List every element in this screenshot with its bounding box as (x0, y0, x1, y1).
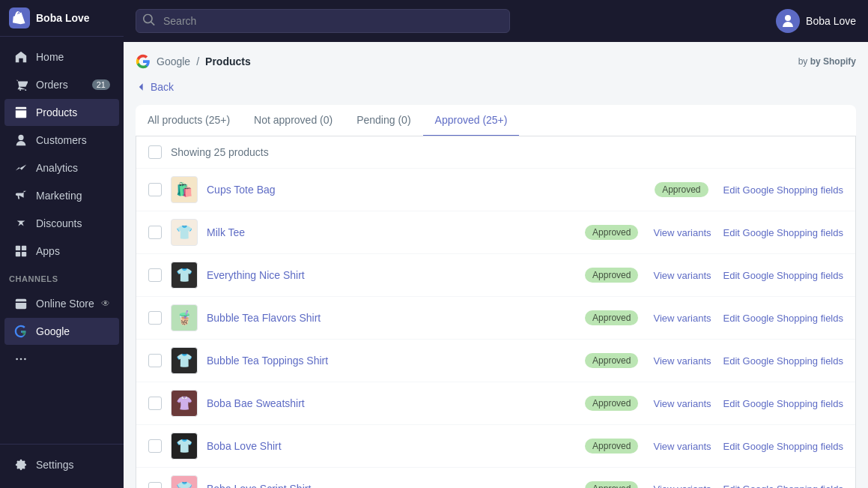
sidebar-nav: Home Orders 21 Products Customers (0, 37, 124, 444)
row-actions-2: View variants Edit Google Shopping field… (653, 270, 843, 281)
more-actions-button[interactable] (4, 346, 119, 373)
product-name-5[interactable]: Boba Bae Sweatshirt (207, 397, 576, 409)
topbar: Boba Love (124, 0, 868, 42)
svg-rect-3 (22, 252, 26, 256)
product-thumbnail-7: 👕 (171, 475, 198, 488)
product-name-0[interactable]: Cups Tote Bag (207, 184, 646, 196)
table-row: 👕 Everything Nice Shirt Approved View va… (136, 254, 855, 297)
table-row: 🧋 Bubble Tea Flavors Shirt Approved View… (136, 297, 855, 340)
sidebar-label-customers: Customers (36, 134, 87, 146)
edit-link-6[interactable]: Edit Google Shopping fields (723, 441, 843, 452)
google-icon (136, 54, 151, 69)
view-variants-link-2[interactable]: View variants (653, 270, 711, 281)
sidebar-item-products[interactable]: Products (4, 99, 119, 126)
status-badge-7: Approved (585, 481, 638, 488)
row-actions-6: View variants Edit Google Shopping field… (653, 441, 843, 452)
product-name-3[interactable]: Bubble Tea Flavors Shirt (207, 312, 576, 324)
by-shopify-label: by by Shopify (798, 56, 856, 67)
orders-icon (13, 77, 28, 92)
product-thumbnail-0: 🛍️ (171, 176, 198, 203)
edit-link-1[interactable]: Edit Google Shopping fields (723, 227, 843, 238)
product-name-6[interactable]: Boba Love Shirt (207, 440, 576, 452)
row-checkbox-0[interactable] (148, 183, 162, 196)
product-thumbnail-6: 👕 (171, 433, 198, 460)
view-variants-link-6[interactable]: View variants (653, 441, 711, 452)
tab-approved[interactable]: Approved (25+) (423, 105, 520, 136)
product-thumbnail-2: 👕 (171, 262, 198, 289)
tab-all-products[interactable]: All products (25+) (136, 105, 242, 136)
breadcrumb: Google / Products (136, 54, 251, 69)
row-actions-3: View variants Edit Google Shopping field… (653, 313, 843, 324)
edit-link-0[interactable]: Edit Google Shopping fields (723, 184, 843, 196)
sidebar-label-orders: Orders (36, 79, 68, 91)
svg-rect-0 (16, 246, 20, 250)
tabs: All products (25+) Not approved (0) Pend… (136, 105, 856, 136)
tab-not-approved[interactable]: Not approved (0) (242, 105, 345, 136)
status-badge-5: Approved (585, 396, 638, 411)
edit-link-2[interactable]: Edit Google Shopping fields (723, 270, 843, 281)
marketing-icon (13, 188, 28, 203)
breadcrumb-separator: / (196, 55, 199, 67)
main-area: Boba Love Google / Products by (124, 0, 868, 488)
breadcrumb-parent[interactable]: Google (157, 55, 190, 67)
product-name-1[interactable]: Milk Tee (207, 226, 576, 238)
sidebar-item-orders[interactable]: Orders 21 (4, 71, 119, 98)
search-input[interactable] (136, 9, 510, 33)
sidebar-item-customers[interactable]: Customers (4, 127, 119, 154)
view-variants-link-4[interactable]: View variants (653, 355, 711, 367)
status-badge-1: Approved (585, 225, 638, 240)
sidebar-item-apps[interactable]: Apps (4, 238, 119, 265)
back-button[interactable]: Back (136, 81, 856, 93)
sidebar-item-google[interactable]: Google (4, 318, 119, 345)
edit-link-5[interactable]: Edit Google Shopping fields (723, 398, 843, 409)
sidebar-label-analytics: Analytics (36, 162, 78, 174)
sidebar-item-marketing[interactable]: Marketing (4, 182, 119, 209)
view-variants-link-5[interactable]: View variants (653, 398, 711, 409)
product-name-2[interactable]: Everything Nice Shirt (207, 269, 576, 281)
settings-icon (13, 457, 28, 472)
sidebar-label-apps: Apps (36, 245, 60, 257)
sidebar-item-online-store[interactable]: Online Store 👁 (4, 290, 119, 317)
row-checkbox-7[interactable] (148, 482, 162, 488)
select-all-checkbox[interactable] (148, 145, 162, 159)
sidebar-item-analytics[interactable]: Analytics (4, 154, 119, 181)
search-bar (136, 9, 510, 33)
sidebar-label-online-store: Online Store (36, 298, 94, 310)
edit-link-7[interactable]: Edit Google Shopping fields (723, 484, 843, 489)
product-name-7[interactable]: Boba Love Script Shirt (207, 483, 576, 488)
product-list: 🛍️ Cups Tote Bag Approved Edit Google Sh… (136, 169, 855, 488)
table-row: 👕 Boba Love Shirt Approved View variants… (136, 425, 855, 468)
row-checkbox-1[interactable] (148, 226, 162, 239)
products-header: Showing 25 products (136, 136, 855, 169)
sidebar-label-settings: Settings (36, 459, 74, 471)
table-row: 👚 Boba Bae Sweatshirt Approved View vari… (136, 382, 855, 425)
sidebar-item-discounts[interactable]: Discounts (4, 210, 119, 237)
row-checkbox-2[interactable] (148, 268, 162, 282)
channels-section-header: CHANNELS (0, 265, 124, 289)
search-icon (143, 14, 155, 28)
orders-badge: 21 (92, 79, 110, 90)
row-checkbox-3[interactable] (148, 311, 162, 325)
view-variants-link-7[interactable]: View variants (653, 484, 711, 489)
row-checkbox-6[interactable] (148, 439, 162, 453)
content-area: Google / Products by by Shopify Back All… (124, 42, 868, 488)
row-checkbox-4[interactable] (148, 354, 162, 367)
row-checkbox-5[interactable] (148, 397, 162, 410)
tab-pending[interactable]: Pending (0) (345, 105, 422, 136)
row-actions-5: View variants Edit Google Shopping field… (653, 398, 843, 409)
page-header: Google / Products by by Shopify (136, 54, 856, 69)
table-row: 👕 Bubble Tea Toppings Shirt Approved Vie… (136, 340, 855, 382)
edit-link-4[interactable]: Edit Google Shopping fields (723, 355, 843, 367)
more-icon (13, 352, 28, 367)
view-variants-link-3[interactable]: View variants (653, 313, 711, 324)
add-channel-button[interactable] (100, 271, 115, 286)
sidebar-item-settings[interactable]: Settings (4, 451, 119, 478)
product-thumbnail-4: 👕 (171, 347, 198, 374)
store-name: Boba Love (36, 12, 90, 24)
sidebar-header: Boba Love (0, 0, 124, 37)
edit-link-3[interactable]: Edit Google Shopping fields (723, 313, 843, 324)
product-name-4[interactable]: Bubble Tea Toppings Shirt (207, 355, 576, 367)
view-variants-link-1[interactable]: View variants (653, 227, 711, 238)
sidebar-item-home[interactable]: Home (4, 43, 119, 70)
online-store-icon (13, 296, 28, 311)
